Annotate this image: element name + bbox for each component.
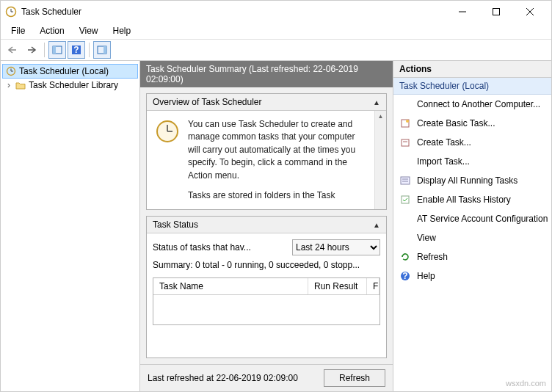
clock-icon [6, 66, 16, 76]
svg-rect-8 [53, 46, 56, 54]
tree-library-label: Task Scheduler Library [29, 80, 118, 90]
action-help[interactable]: ?Help [393, 266, 551, 286]
action-display-running[interactable]: Display All Running Tasks [393, 171, 551, 190]
toolbar: ? [1, 39, 551, 61]
status-summary: Summary: 0 total - 0 running, 0 succeede… [153, 260, 380, 270]
menu-file[interactable]: File [4, 24, 32, 37]
actions-section-title: Task Scheduler (Local) [393, 78, 551, 95]
overview-text-cut: Tasks are stored in folders in the Task [188, 189, 367, 202]
action-create-basic-task[interactable]: Create Basic Task... [393, 114, 551, 133]
toolbar-panel-button[interactable] [48, 41, 66, 59]
action-connect[interactable]: Connect to Another Computer... [393, 95, 551, 114]
svg-rect-23 [401, 177, 410, 184]
tree-library-node[interactable]: › Task Scheduler Library [2, 79, 138, 92]
blank-icon [399, 98, 411, 110]
svg-rect-26 [402, 196, 409, 203]
collapse-icon[interactable]: ▲ [373, 98, 380, 106]
col-run-result[interactable]: Run Result [308, 278, 367, 294]
status-table: Task Name Run Result F [153, 277, 380, 325]
svg-rect-4 [493, 9, 500, 15]
folder-icon [15, 81, 26, 90]
table-body [153, 295, 380, 324]
toolbar-separator [44, 43, 45, 57]
forward-button[interactable] [23, 41, 40, 59]
maximize-button[interactable] [479, 1, 513, 23]
help-icon: ? [399, 270, 411, 282]
tree-root-label: Task Scheduler (Local) [19, 66, 109, 76]
action-at-config[interactable]: AT Service Account Configuration [393, 209, 551, 228]
svg-rect-12 [104, 46, 106, 54]
tree-root-node[interactable]: Task Scheduler (Local) [2, 64, 138, 79]
navigation-tree: Task Scheduler (Local) › Task Scheduler … [1, 61, 140, 391]
action-create-task[interactable]: Create Task... [393, 133, 551, 152]
task-status-title: Task Status [153, 219, 198, 230]
toolbar-panel2-button[interactable] [93, 41, 111, 59]
scrollbar[interactable]: ▲ [374, 111, 386, 209]
last-refreshed-text: Last refreshed at 22-06-2019 02:09:00 [148, 373, 298, 383]
action-import-task[interactable]: Import Task... [393, 152, 551, 171]
summary-header: Task Scheduler Summary (Last refreshed: … [140, 61, 393, 87]
menu-help[interactable]: Help [106, 24, 139, 37]
back-button[interactable] [4, 41, 21, 59]
app-icon [5, 6, 17, 18]
blank-icon [399, 156, 411, 167]
scroll-up-icon[interactable]: ▲ [375, 111, 386, 121]
window-title: Task Scheduler [21, 7, 446, 17]
col-extra[interactable]: F [367, 278, 380, 294]
clock-large-icon [154, 118, 181, 202]
expand-icon[interactable]: › [5, 80, 12, 90]
status-range-select[interactable]: Last 24 hours [292, 239, 380, 255]
menu-view[interactable]: View [72, 24, 106, 37]
action-view[interactable]: View [393, 228, 551, 247]
refresh-button[interactable]: Refresh [324, 369, 385, 387]
wizard-icon [399, 117, 411, 129]
refresh-icon [399, 251, 411, 263]
svg-text:?: ? [402, 271, 407, 281]
title-bar: Task Scheduler [1, 1, 551, 23]
blank-icon [399, 213, 411, 225]
close-button[interactable] [513, 1, 547, 23]
minimize-button[interactable] [446, 1, 479, 23]
toolbar-help-button[interactable]: ? [68, 41, 85, 59]
col-task-name[interactable]: Task Name [153, 278, 308, 294]
action-refresh[interactable]: Refresh [393, 247, 551, 266]
overview-title: Overview of Task Scheduler [153, 97, 262, 107]
menu-bar: File Action View Help [1, 23, 551, 39]
overview-text: You can use Task Scheduler to create and… [188, 118, 367, 182]
watermark: wsxdn.com [506, 379, 546, 388]
svg-point-20 [406, 120, 409, 123]
task-icon [399, 137, 411, 148]
collapse-icon[interactable]: ▲ [373, 221, 380, 229]
action-enable-history[interactable]: Enable All Tasks History [393, 190, 551, 209]
history-icon [399, 194, 411, 206]
list-icon [399, 175, 411, 186]
blank-icon [399, 232, 411, 244]
status-label: Status of tasks that hav... [153, 242, 285, 253]
toolbar-separator [89, 43, 90, 57]
task-status-groupbox: Task Status ▲ Status of tasks that hav..… [146, 216, 387, 358]
svg-text:?: ? [73, 45, 79, 55]
overview-groupbox: Overview of Task Scheduler ▲ You can use… [146, 93, 387, 210]
menu-action[interactable]: Action [32, 24, 71, 37]
svg-rect-21 [402, 139, 409, 146]
actions-header: Actions [393, 61, 551, 78]
